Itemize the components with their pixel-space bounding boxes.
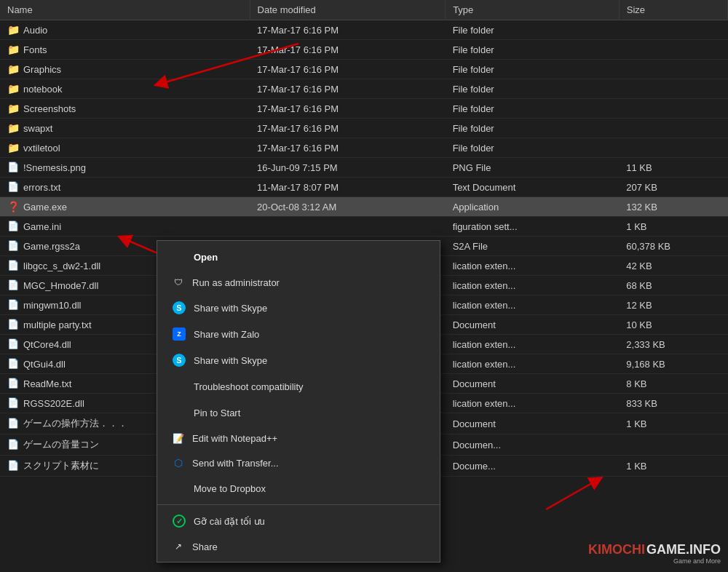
file-name-label: mingwm10.dll	[23, 300, 81, 311]
admin-icon: 🛡	[172, 276, 185, 289]
file-type-cell: lication exten...	[446, 354, 620, 374]
file-name-cell[interactable]: 📁 swapxt	[0, 119, 250, 138]
context-menu: Open🛡Run as administratorSShare with Sky…	[157, 240, 440, 563]
file-icon: 📄	[7, 338, 19, 350]
context-menu-item-7[interactable]: Pin to Start	[157, 400, 440, 426]
menu-item-label: Pin to Start	[194, 408, 240, 418]
menu-icon-empty	[172, 481, 186, 496]
table-row[interactable]: 📄 Game.ini figuration sett... 1 KB	[0, 217, 728, 237]
context-menu-item-12[interactable]: ↗Share	[157, 534, 440, 559]
file-date-cell: 17-Mar-17 6:16 PM	[250, 40, 446, 60]
file-name-label: notebook	[23, 84, 63, 95]
col-header-type[interactable]: Type	[446, 0, 620, 20]
file-icon: 📄	[7, 240, 19, 252]
table-row[interactable]: 📁 vxtiletool 17-Mar-17 6:16 PM File fold…	[0, 138, 728, 158]
folder-icon: 📁	[7, 142, 19, 154]
file-size-cell	[619, 20, 727, 40]
file-name-cell[interactable]: 📄 Game.ini	[0, 217, 250, 237]
table-header: Name Date modified Type Size	[0, 0, 728, 20]
file-name-cell[interactable]: 📁 notebook	[0, 79, 250, 99]
file-type-cell: S2A File	[446, 237, 620, 256]
col-header-size[interactable]: Size	[619, 0, 727, 20]
table-row[interactable]: 📁 swapxt 17-Mar-17 6:16 PM File folder	[0, 119, 728, 138]
context-menu-item-6[interactable]: Troubleshoot compatibility	[157, 373, 440, 400]
folder-icon: 📁	[7, 103, 19, 114]
file-size-cell	[619, 79, 727, 99]
file-name-label: Game.rgss2a	[23, 241, 80, 252]
file-size-cell: 9,168 KB	[619, 354, 727, 374]
table-row[interactable]: 📁 Audio 17-Mar-17 6:16 PM File folder	[0, 20, 728, 40]
file-size-cell	[619, 138, 727, 158]
svg-line-3	[546, 480, 597, 509]
file-icon: 📄	[7, 378, 19, 389]
folder-icon: 📁	[7, 83, 19, 95]
file-type-cell: File folder	[446, 60, 620, 79]
skype-icon: S	[172, 353, 186, 368]
file-date-cell: 16-Jun-09 7:15 PM	[250, 158, 446, 178]
file-size-cell: 60,378 KB	[619, 237, 727, 256]
menu-item-label: Open	[194, 252, 218, 263]
file-name-label: QtCore4.dll	[23, 339, 71, 350]
file-name-cell[interactable]: 📁 Fonts	[0, 40, 250, 60]
file-date-cell: 20-Oct-08 3:12 AM	[250, 197, 446, 217]
file-name-label: Game.ini	[23, 221, 61, 232]
file-icon: 📄	[7, 460, 19, 472]
file-type-cell: Docume...	[446, 456, 620, 477]
menu-icon-empty	[172, 250, 186, 264]
context-menu-item-9[interactable]: ⬡Send with Transfer...	[157, 450, 440, 475]
col-header-name[interactable]: Name	[0, 0, 250, 20]
file-name-label: スクリプト素材に	[23, 459, 99, 472]
file-name-cell[interactable]: 📄 errors.txt	[0, 178, 250, 197]
file-type-cell: Document	[446, 413, 620, 434]
file-name-label: ゲームの音量コン	[23, 438, 99, 451]
folder-icon: 📁	[7, 63, 19, 75]
file-name-label: errors.txt	[23, 182, 60, 193]
file-name-cell[interactable]: 📁 Audio	[0, 20, 250, 40]
menu-item-label: Share	[192, 541, 218, 552]
file-name-label: Audio	[23, 25, 47, 36]
context-menu-item-1[interactable]: Open	[157, 244, 440, 270]
col-header-date[interactable]: Date modified	[250, 0, 446, 20]
file-date-cell: 17-Mar-17 6:16 PM	[250, 119, 446, 138]
file-name-label: Game.exe	[23, 202, 67, 212]
context-menu-item-11[interactable]: ✓Gỡ cài đặt tối ưu	[157, 508, 440, 534]
menu-icon-empty	[172, 405, 186, 420]
context-menu-item-5[interactable]: SShare with Skype	[157, 347, 440, 373]
watermark-gameinfo: GAME.INFO	[646, 542, 721, 557]
file-date-cell: 17-Mar-17 6:16 PM	[250, 79, 446, 99]
context-menu-item-8[interactable]: 📝Edit with Notepad++	[157, 426, 440, 450]
file-name-label: swapxt	[23, 123, 52, 134]
file-icon: 📄	[7, 397, 19, 409]
file-name-cell[interactable]: 📁 Screenshots	[0, 99, 250, 119]
table-row[interactable]: 📁 Screenshots 17-Mar-17 6:16 PM File fol…	[0, 99, 728, 119]
table-row[interactable]: 📄 !Snemesis.png 16-Jun-09 7:15 PM PNG Fi…	[0, 158, 728, 178]
table-row[interactable]: 📄 errors.txt 11-Mar-17 8:07 PM Text Docu…	[0, 178, 728, 197]
file-type-cell: figuration sett...	[446, 217, 620, 237]
file-date-cell: 17-Mar-17 6:16 PM	[250, 138, 446, 158]
context-menu-item-3[interactable]: SShare with Skype	[157, 295, 440, 321]
file-name-cell[interactable]: 📁 vxtiletool	[0, 138, 250, 158]
table-row[interactable]: 📁 Fonts 17-Mar-17 6:16 PM File folder	[0, 40, 728, 60]
file-name-label: QtGui4.dll	[23, 359, 66, 370]
context-menu-item-10[interactable]: Move to Dropbox	[157, 475, 440, 501]
file-date-cell: 17-Mar-17 6:16 PM	[250, 20, 446, 40]
share-icon: ↗	[172, 540, 185, 553]
table-row[interactable]: 📁 notebook 17-Mar-17 6:16 PM File folder	[0, 79, 728, 99]
file-name-cell[interactable]: 📁 Graphics	[0, 60, 250, 79]
file-type-cell: lication exten...	[446, 256, 620, 276]
file-size-cell: 12 KB	[619, 295, 727, 315]
file-size-cell: 1 KB	[619, 456, 727, 477]
skype-icon: S	[172, 301, 186, 315]
folder-icon: 📁	[7, 122, 19, 134]
file-type-cell: lication exten...	[446, 394, 620, 413]
file-name-cell[interactable]: 📄 !Snemesis.png	[0, 158, 250, 178]
file-name-cell[interactable]: ❓ Game.exe	[0, 197, 250, 217]
table-row[interactable]: ❓ Game.exe 20-Oct-08 3:12 AM Application…	[0, 197, 728, 217]
table-row[interactable]: 📁 Graphics 17-Mar-17 6:16 PM File folder	[0, 60, 728, 79]
context-menu-item-2[interactable]: 🛡Run as administrator	[157, 270, 440, 295]
file-type-cell: File folder	[446, 20, 620, 40]
file-icon: 📄	[7, 319, 19, 330]
context-menu-item-4[interactable]: ZShare with Zalo	[157, 321, 440, 347]
file-size-cell: 68 KB	[619, 276, 727, 295]
file-size-cell	[619, 40, 727, 60]
